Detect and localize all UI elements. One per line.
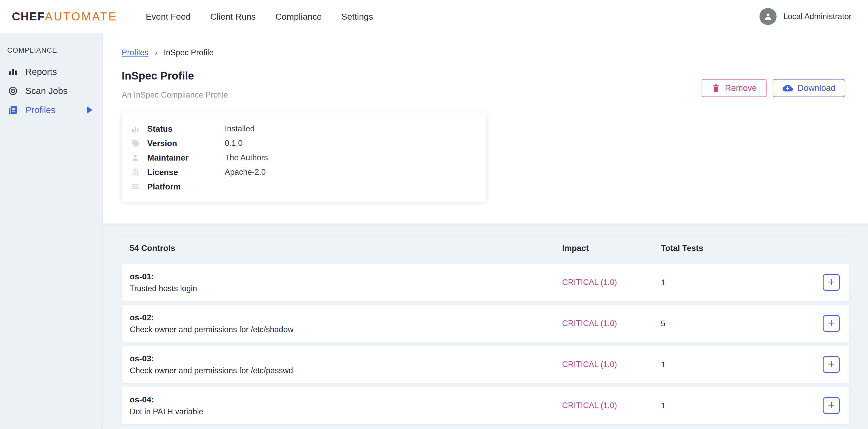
impact-badge: CRITICAL (1.0) [562,278,661,287]
detail-row-version: Version 0.1.0 [122,136,486,151]
column-controls: 54 Controls [130,243,562,253]
bank-icon [131,167,140,177]
sidebar-item-label: Reports [25,67,57,77]
detail-value: 0.1.0 [225,139,243,148]
column-total-tests: Total Tests [661,243,849,253]
scan-icon [8,86,18,96]
sidebar-item-reports[interactable]: Reports [0,62,103,81]
detail-value: Installed [225,124,254,133]
nav-event-feed[interactable]: Event Feed [146,11,191,22]
expand-control-button[interactable]: + [823,315,840,332]
detail-value: The Authors [225,153,268,162]
control-cell: os-01: Trusted hosts login [130,272,562,293]
breadcrumb-current: InSpec Profile [164,48,214,57]
control-id: os-01: [130,272,562,282]
logo-automate-text: AUTOMATE [45,10,117,23]
control-title: Check owner and permissions for /etc/pas… [130,366,562,375]
detail-label: Platform [147,182,225,192]
impact-badge: CRITICAL (1.0) [562,319,661,328]
download-button[interactable]: Download [773,79,845,97]
detail-row-status: Status Installed [122,122,486,136]
sidebar-item-label: Scan Jobs [25,86,67,96]
page-subtitle: An InSpec Compliance Profile [122,90,228,100]
page-title: InSpec Profile [122,70,194,82]
status-bars-icon [131,124,140,133]
impact-badge: CRITICAL (1.0) [562,401,661,410]
impact-badge: CRITICAL (1.0) [562,360,661,369]
control-id: os-03: [130,354,562,363]
control-title: Check owner and permissions for /etc/sha… [130,325,562,334]
bar-chart-icon [8,67,18,77]
detail-row-license: License Apache-2.0 [122,165,486,179]
top-navbar: CHEF AUTOMATE Event Feed Client Runs Com… [0,0,868,33]
breadcrumb: Profiles › InSpec Profile [122,47,214,58]
main-content: Profiles › InSpec Profile InSpec Profile… [103,33,868,429]
trash-icon [711,84,720,92]
breadcrumb-separator: › [154,47,157,58]
detail-label: Maintainer [147,153,225,163]
detail-label: Status [147,124,225,134]
total-tests-value: 1 [661,278,849,287]
cloud-download-icon [782,83,793,93]
download-button-label: Download [798,83,835,93]
detail-value: Apache-2.0 [225,167,266,177]
nav-settings[interactable]: Settings [341,11,373,22]
control-row-os-01: os-01: Trusted hosts login CRITICAL (1.0… [122,264,849,301]
sidebar-section-title: COMPLIANCE [7,46,103,55]
profile-detail-card: Status Installed Version 0.1.0 Maintaine… [122,112,486,202]
logo-chef-text: CHEF [12,10,45,23]
compliance-sidebar: COMPLIANCE Reports Scan Jobs [0,33,103,429]
chevron-right-icon[interactable] [87,107,92,113]
person-icon [131,153,140,162]
documents-icon [8,105,18,115]
control-cell: os-03: Check owner and permissions for /… [130,354,562,375]
controls-table-header: 54 Controls Impact Total Tests [122,236,849,260]
remove-button[interactable]: Remove [702,79,767,97]
total-tests-value: 1 [661,360,849,369]
total-tests-value: 1 [661,401,849,410]
detail-row-maintainer: Maintainer The Authors [122,151,486,165]
control-id: os-02: [130,313,562,322]
controls-table: 54 Controls Impact Total Tests os-01: Tr… [122,236,849,424]
detail-row-platform: Platform [122,179,486,194]
expand-control-button[interactable]: + [823,274,840,291]
profile-actions: Remove Download [702,79,845,97]
remove-button-label: Remove [725,83,757,93]
expand-control-button[interactable]: + [823,356,840,373]
nav-client-runs[interactable]: Client Runs [210,11,256,22]
detail-label: Version [147,139,225,148]
control-cell: os-04: Dot in PATH variable [130,395,562,416]
user-avatar [760,8,777,25]
control-id: os-04: [130,395,562,404]
control-row-os-02: os-02: Check owner and permissions for /… [122,305,849,342]
primary-nav: Event Feed Client Runs Compliance Settin… [146,11,373,22]
control-title: Trusted hosts login [130,284,562,293]
control-row-os-04: os-04: Dot in PATH variable CRITICAL (1.… [122,387,849,424]
control-cell: os-02: Check owner and permissions for /… [130,313,562,334]
sidebar-item-scan-jobs[interactable]: Scan Jobs [0,81,103,100]
expand-control-button[interactable]: + [823,397,840,414]
tag-icon [131,139,140,148]
total-tests-value: 5 [661,319,849,328]
control-title: Dot in PATH variable [130,407,562,416]
user-menu[interactable]: Local Administrator [760,8,851,25]
control-row-os-03: os-03: Check owner and permissions for /… [122,346,849,383]
sidebar-item-label: Profiles [25,105,56,115]
chef-automate-logo[interactable]: CHEF AUTOMATE [12,10,117,23]
column-impact: Impact [562,243,661,253]
user-name: Local Administrator [783,12,851,21]
person-icon [763,11,773,22]
nav-compliance[interactable]: Compliance [275,11,322,22]
detail-label: License [147,167,225,177]
server-icon [131,182,140,191]
sidebar-item-profiles[interactable]: Profiles [0,100,103,120]
breadcrumb-profiles-link[interactable]: Profiles [122,48,148,57]
